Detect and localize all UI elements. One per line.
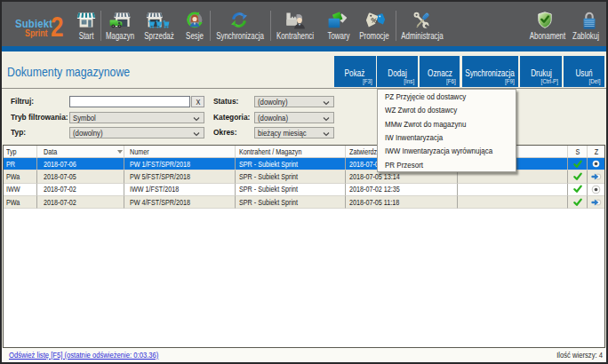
- cell-kontrahent: SPR - Subiekt Sprint: [239, 185, 298, 194]
- menu-item-iw[interactable]: IW Inwentaryzacja: [378, 131, 516, 144]
- column-header-typ[interactable]: Typ: [4, 146, 37, 157]
- refresh-link-label: Odśwież listę [F5] (ostatnie odświeżenie…: [9, 351, 158, 360]
- dropdown-value: bieżący miesiąc: [258, 129, 307, 138]
- action-label: Synchronizacja: [465, 67, 515, 78]
- menu-item-pz[interactable]: PZ Przyjęcie od dostawcy: [378, 90, 516, 103]
- cell-numer: PW 1/FST/SPR/2018: [130, 160, 190, 169]
- action-button-drukuj[interactable]: Drukuj [Ctrl-P]: [520, 56, 562, 87]
- filter-dropdown-typ[interactable]: (dowolny): [69, 127, 204, 138]
- forward-icon: [591, 198, 602, 207]
- cell-numer: PW 5/FST/SPR/2018: [130, 172, 190, 181]
- toolbar-item-promocje[interactable]: Promocje: [348, 11, 401, 46]
- cell-typ: PR: [6, 160, 15, 169]
- action-button-synchronizacja[interactable]: Synchronizacja [F9]: [462, 56, 519, 87]
- menu-item-label: PZ Przyjęcie od dostawcy: [385, 91, 466, 101]
- menu-item-mmw[interactable]: MMw Zwrot do magazynu: [378, 117, 516, 131]
- cell-typ: IWW: [6, 185, 20, 194]
- menu-item-label: IW Inwentaryzacja: [385, 132, 443, 142]
- radio-icon: [591, 185, 601, 194]
- menu-item-wz[interactable]: WZ Zwrot do dostawcy: [378, 103, 516, 116]
- cell-typ: PWa: [6, 198, 20, 207]
- column-header-z[interactable]: Z: [588, 146, 604, 157]
- column-label: Numer: [130, 147, 149, 156]
- cell-zatwierdzono: 2018-07-05 11:18: [349, 198, 399, 207]
- filter-dropdown-okres[interactable]: bieżący miesiąc: [254, 127, 334, 138]
- action-button-usun[interactable]: Usuń [Del]: [564, 56, 604, 87]
- column-label: S: [575, 147, 580, 156]
- toolbar-item-label: Zablokuj: [572, 30, 599, 40]
- cell-zatwierdzono: 2018-07-05 13:14: [349, 172, 400, 181]
- action-button-pokaz[interactable]: Pokaż [F3]: [334, 56, 376, 87]
- toolbar-item-synchronizacja[interactable]: Synchronizacja: [212, 11, 268, 46]
- chevron-down-icon: [323, 131, 330, 137]
- toolbar-item-kontrahenci[interactable]: Kontrahenci: [268, 11, 322, 46]
- cell-numer: IWW 1/FST/2018: [130, 185, 179, 194]
- documents-table: Typ Data Numer Kontrahent / Magazyn Zatw…: [3, 145, 605, 348]
- menu-item-label: MMw Zwrot do magazynu: [385, 119, 466, 129]
- table-row[interactable]: PWa 2018-07-05 PW 5/FST/SPR/2018 SPR - S…: [4, 170, 604, 183]
- refresh-link[interactable]: Odśwież listę [F5] (ostatnie odświeżenie…: [9, 351, 185, 360]
- cell-data: 2018-07-02: [44, 185, 76, 194]
- action-shortcut: [F6]: [446, 77, 456, 85]
- menu-item-label: IWW Inwentaryzacja wyrównująca: [385, 146, 492, 155]
- sync-arrows-icon: [229, 11, 249, 29]
- column-label: Kontrahent / Magazyn: [239, 147, 301, 156]
- cell-numer: PW 4/FST/SPR/2018: [130, 198, 190, 207]
- toolbar-separator: [270, 11, 271, 41]
- sort-desc-icon: [117, 150, 123, 154]
- toolbar-item-label: Sesje: [186, 30, 204, 40]
- filter-input[interactable]: [69, 96, 190, 107]
- action-shortcut: [F3]: [363, 77, 372, 85]
- toolbar-item-zablokuj[interactable]: Zablokuj: [564, 11, 608, 46]
- filter-dropdown-tryb[interactable]: Symbol: [69, 112, 204, 123]
- filter-dropdown-status[interactable]: (dowolny): [254, 96, 334, 107]
- toolbar-item-administracja[interactable]: Administracja: [394, 11, 451, 46]
- action-button-dodaj[interactable]: Dodaj [Ins]: [377, 56, 418, 87]
- chevron-down-icon: [323, 100, 330, 106]
- table-row[interactable]: PWa 2018-07-02 PW 4/FST/SPR/2018 SPR - S…: [4, 196, 604, 209]
- dropdown-value: (dowolna): [258, 114, 288, 123]
- column-header-kontrahent[interactable]: Kontrahent / Magazyn: [236, 146, 346, 157]
- filter-label-tryb: Tryb filtrowania:: [11, 112, 68, 123]
- action-label: Oznacz: [428, 67, 452, 78]
- price-tags-icon: [363, 11, 386, 29]
- check-icon: [573, 198, 582, 207]
- filter-label-okres: Okres:: [213, 127, 236, 138]
- action-button-oznacz[interactable]: Oznacz [F6]: [420, 56, 460, 87]
- dropdown-value: Symbol: [73, 114, 96, 123]
- action-shortcut: [Ins]: [404, 77, 414, 85]
- cell-data: 2018-07-02: [44, 198, 76, 207]
- logo-sprint-text: Sprint: [25, 28, 47, 38]
- cell-kontrahent: SPR - Subiekt Sprint: [239, 172, 298, 181]
- record-icon: [591, 159, 601, 169]
- tools-icon: [412, 11, 432, 29]
- filter-dropdown-kategoria[interactable]: (dowolna): [254, 112, 334, 123]
- action-label: Drukuj: [531, 67, 552, 78]
- cell-kontrahent: SPR - Subiekt Sprint: [239, 198, 298, 207]
- action-label: Usuń: [575, 67, 592, 78]
- column-label: Z: [594, 147, 597, 156]
- window-border-top: [0, 0, 608, 2]
- filter-clear-label: X: [196, 97, 200, 107]
- menu-item-label: PR Przesort: [385, 160, 423, 170]
- toolbar-item-label: Administracja: [401, 30, 443, 40]
- cell-typ: PWa: [6, 172, 20, 181]
- warehouse-truck-icon: [109, 11, 132, 29]
- column-label: Typ: [6, 147, 17, 156]
- filter-clear-button[interactable]: X: [191, 96, 204, 107]
- cell-data: 2018-07-05: [44, 172, 76, 181]
- column-header-numer[interactable]: Numer: [124, 146, 236, 157]
- toolbar-item-label: Synchronizacja: [216, 30, 264, 40]
- menu-item-iww[interactable]: IWW Inwentaryzacja wyrównująca: [378, 144, 516, 157]
- row-count-label: Ilość wierszy: 4: [556, 351, 603, 360]
- toolbar-item-label: Kontrahenci: [276, 30, 314, 40]
- action-shortcut: [Del]: [589, 77, 601, 85]
- column-header-s[interactable]: S: [568, 146, 588, 157]
- toolbar-separator: [210, 11, 211, 41]
- padlock-icon: [580, 11, 599, 29]
- column-header-data[interactable]: Data: [37, 146, 124, 157]
- table-row[interactable]: IWW 2018-07-02 IWW 1/FST/2018 SPR - Subi…: [4, 184, 604, 196]
- menu-item-pr[interactable]: PR Przesort: [378, 158, 516, 171]
- forward-icon: [591, 172, 602, 181]
- menu-item-label: WZ Zwrot do dostawcy: [385, 105, 457, 115]
